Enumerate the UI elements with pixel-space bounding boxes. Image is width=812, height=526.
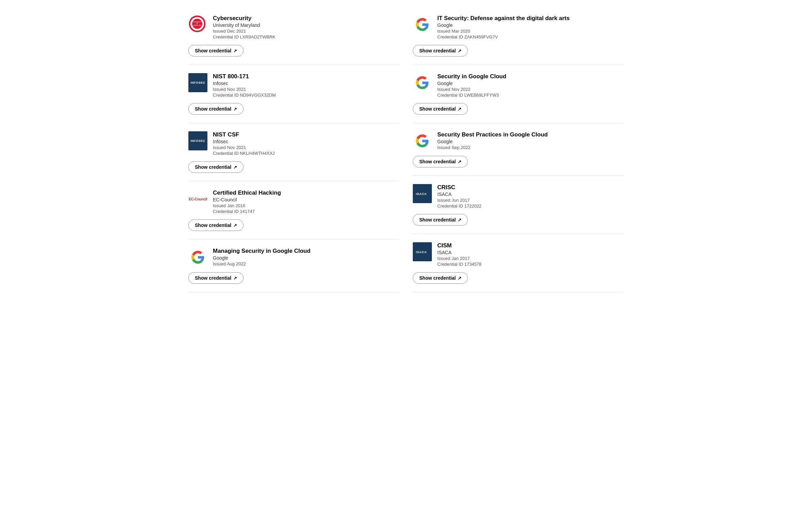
credential-issuer: Infosec bbox=[213, 81, 276, 86]
credential-issuer: Infosec bbox=[213, 139, 275, 144]
show-credential-button[interactable]: Show credential ↗ bbox=[413, 45, 468, 56]
credential-header: Security in Google Cloud Google Issued N… bbox=[413, 73, 624, 98]
credential-date: Issued Nov 2021 bbox=[213, 145, 275, 150]
svg-text:MARYLAND: MARYLAND bbox=[193, 25, 201, 26]
credential-date: Issued Sep 2022 bbox=[437, 145, 548, 150]
credential-item: Security in Google Cloud Google Issued N… bbox=[413, 65, 624, 123]
credential-issuer: Google bbox=[437, 139, 548, 144]
credential-issuer: Google bbox=[437, 23, 569, 28]
credential-title: CRISC bbox=[437, 184, 481, 191]
external-link-icon: ↗ bbox=[233, 275, 237, 281]
external-link-icon: ↗ bbox=[233, 165, 237, 170]
credential-title: NIST CSF bbox=[213, 131, 275, 138]
show-credential-button[interactable]: Show credential ↗ bbox=[413, 156, 468, 167]
infosec-logo: INFOSEC bbox=[188, 73, 207, 92]
credential-id: Credential ID 1734578 bbox=[437, 262, 481, 267]
credential-header: ISACA CRISC ISACA Issued Jun 2017 Creden… bbox=[413, 184, 624, 209]
credential-issuer: Google bbox=[437, 81, 506, 86]
credential-item: Security Best Practices in Google Cloud … bbox=[413, 123, 624, 176]
external-link-icon: ↗ bbox=[458, 275, 461, 281]
show-credential-button[interactable]: Show credential ↗ bbox=[413, 103, 468, 115]
credential-info: NIST CSF Infosec Issued Nov 2021 Credent… bbox=[213, 131, 275, 156]
show-credential-button[interactable]: Show credential ↗ bbox=[188, 103, 244, 115]
credential-id: Credential ID NKLH4WTH4XXJ bbox=[213, 151, 275, 156]
external-link-icon: ↗ bbox=[233, 223, 237, 228]
credential-title: Certified Ethical Hacking bbox=[213, 189, 281, 196]
credential-header: INFOSEC NIST 800-171 Infosec Issued Nov … bbox=[188, 73, 399, 98]
credential-date: Issued Dec 2021 bbox=[213, 29, 275, 34]
show-credential-button[interactable]: Show credential ↗ bbox=[188, 161, 244, 173]
credential-id: Credential ID LXR9AD2TWBRK bbox=[213, 34, 275, 40]
credential-item: UNIVERSITY OF MARYLAND Cybersecurity Uni… bbox=[188, 7, 399, 65]
credential-header: Security Best Practices in Google Cloud … bbox=[413, 131, 624, 151]
credential-header: EC-Council Certified Ethical Hacking EC-… bbox=[188, 189, 399, 214]
left-column: UNIVERSITY OF MARYLAND Cybersecurity Uni… bbox=[182, 7, 406, 292]
credential-header: Managing Security in Google Cloud Google… bbox=[188, 248, 399, 267]
credential-info: Certified Ethical Hacking EC-Council Iss… bbox=[213, 189, 281, 214]
credential-issuer: ISACA bbox=[437, 250, 481, 255]
credential-item: Managing Security in Google Cloud Google… bbox=[188, 240, 399, 292]
credential-date: Issued Nov 2021 bbox=[213, 87, 276, 92]
credential-issuer: University of Maryland bbox=[213, 23, 275, 28]
credential-date: Issued Mar 2020 bbox=[437, 29, 569, 34]
ec-council-logo: EC-Council bbox=[188, 189, 207, 209]
credential-info: Security in Google Cloud Google Issued N… bbox=[437, 73, 506, 98]
credential-date: Issued Jan 2017 bbox=[437, 256, 481, 261]
credential-title: CISM bbox=[437, 242, 481, 249]
show-credential-button[interactable]: Show credential ↗ bbox=[188, 272, 244, 284]
external-link-icon: ↗ bbox=[233, 48, 237, 53]
credential-date: Issued Jan 2016 bbox=[213, 203, 281, 208]
credential-item: INFOSEC NIST CSF Infosec Issued Nov 2021… bbox=[188, 123, 399, 181]
credentials-page: UNIVERSITY OF MARYLAND Cybersecurity Uni… bbox=[168, 0, 644, 299]
credential-date: Issued Aug 2022 bbox=[213, 261, 310, 266]
google-logo bbox=[413, 15, 432, 34]
credential-issuer: Google bbox=[213, 255, 310, 261]
credential-item: ISACA CISM ISACA Issued Jan 2017 Credent… bbox=[413, 234, 624, 292]
credential-header: UNIVERSITY OF MARYLAND Cybersecurity Uni… bbox=[188, 15, 399, 40]
svg-text:ISACA: ISACA bbox=[416, 192, 427, 196]
credential-title: Managing Security in Google Cloud bbox=[213, 248, 310, 255]
credential-item: INFOSEC NIST 800-171 Infosec Issued Nov … bbox=[188, 65, 399, 123]
credential-info: Managing Security in Google Cloud Google… bbox=[213, 248, 310, 266]
credential-header: INFOSEC NIST CSF Infosec Issued Nov 2021… bbox=[188, 131, 399, 156]
show-credential-button[interactable]: Show credential ↗ bbox=[188, 45, 244, 56]
credential-title: Cybersecurity bbox=[213, 15, 275, 22]
credential-info: CISM ISACA Issued Jan 2017 Credential ID… bbox=[437, 242, 481, 267]
credential-info: IT Security: Defense against the digital… bbox=[437, 15, 569, 40]
credential-item: ISACA CRISC ISACA Issued Jun 2017 Creden… bbox=[413, 176, 624, 234]
show-credential-button[interactable]: Show credential ↗ bbox=[188, 219, 244, 231]
google-logo bbox=[188, 248, 207, 267]
external-link-icon: ↗ bbox=[458, 159, 461, 164]
isaca-logo: ISACA bbox=[413, 184, 432, 203]
credential-title: NIST 800-171 bbox=[213, 73, 276, 80]
google-logo bbox=[413, 73, 432, 92]
credential-header: ISACA CISM ISACA Issued Jan 2017 Credent… bbox=[413, 242, 624, 267]
show-credential-button[interactable]: Show credential ↗ bbox=[413, 272, 468, 284]
credential-header: IT Security: Defense against the digital… bbox=[413, 15, 624, 40]
credential-date: Issued Nov 2022 bbox=[437, 87, 506, 92]
right-column: IT Security: Defense against the digital… bbox=[406, 7, 630, 292]
credential-id: Credential ID 1722022 bbox=[437, 203, 481, 209]
credential-info: NIST 800-171 Infosec Issued Nov 2021 Cre… bbox=[213, 73, 276, 98]
credential-title: Security Best Practices in Google Cloud bbox=[437, 131, 548, 138]
credential-id: Credential ID 141747 bbox=[213, 209, 281, 214]
svg-text:ISACA: ISACA bbox=[416, 250, 427, 254]
credential-issuer: ISACA bbox=[437, 191, 481, 197]
umd-logo: UNIVERSITY OF MARYLAND bbox=[188, 15, 207, 34]
external-link-icon: ↗ bbox=[458, 106, 461, 112]
external-link-icon: ↗ bbox=[233, 106, 237, 112]
isaca-logo: ISACA bbox=[413, 242, 432, 261]
credential-info: Cybersecurity University of Maryland Iss… bbox=[213, 15, 275, 40]
credential-id: Credential ID LWEB69LFFYW3 bbox=[437, 93, 506, 98]
credential-info: Security Best Practices in Google Cloud … bbox=[437, 131, 548, 150]
external-link-icon: ↗ bbox=[458, 48, 461, 53]
credential-id: Credential ID ZAKN459FVG7V bbox=[437, 34, 569, 40]
google-logo bbox=[413, 131, 432, 151]
infosec-logo: INFOSEC bbox=[188, 131, 207, 151]
credential-item: EC-Council Certified Ethical Hacking EC-… bbox=[188, 181, 399, 240]
credential-title: Security in Google Cloud bbox=[437, 73, 506, 80]
show-credential-button[interactable]: Show credential ↗ bbox=[413, 214, 468, 226]
credential-id: Credential ID ND94VGGX32DM bbox=[213, 93, 276, 98]
credential-item: IT Security: Defense against the digital… bbox=[413, 7, 624, 65]
credential-issuer: EC-Council bbox=[213, 197, 281, 202]
